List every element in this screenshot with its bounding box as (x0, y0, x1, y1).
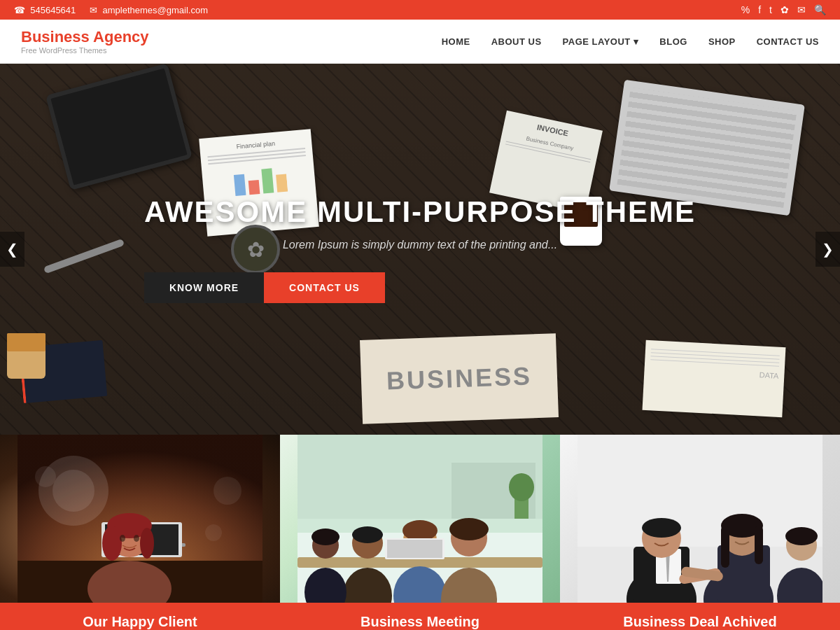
brand-tagline: Free WordPress Themes (21, 46, 149, 55)
nav-blog[interactable]: BLOG (659, 36, 687, 47)
arrow-right-icon: ❯ (822, 241, 834, 258)
card-3-title: Business Deal Achived (574, 614, 826, 630)
svg-rect-41 (387, 540, 442, 558)
svg-point-33 (352, 526, 383, 543)
email-icon: ✉ (90, 5, 97, 15)
top-bar-contact: ☎ 545645641 ✉ amplethemes@gmail.com (14, 5, 208, 15)
nav-shop[interactable]: SHOP (708, 36, 736, 47)
svg-point-43 (509, 473, 534, 501)
svg-point-19 (35, 466, 56, 487)
hero-prev-button[interactable]: ❮ (0, 232, 24, 267)
main-nav: HOME ABOUT US PAGE LAYOUT ▾ BLOG SHOP CO… (442, 36, 819, 47)
desk-tablet (46, 64, 192, 190)
know-more-button[interactable]: KNOW MORE (144, 272, 264, 303)
nav-home[interactable]: HOME (442, 36, 470, 47)
nav-contact[interactable]: CONTACT US (757, 36, 819, 47)
card-1-image (0, 435, 280, 603)
search-icon[interactable]: 🔍 (814, 4, 826, 15)
brand-name[interactable]: Business Agency (21, 28, 149, 46)
svg-point-14 (140, 528, 154, 559)
card-business-deal: Business Deal Achived Lorem ipsum dolor … (560, 435, 840, 630)
svg-point-20 (214, 477, 241, 505)
hero-title: AWESOME MULTI-PURPOSE THEME (144, 195, 696, 229)
top-bar: ☎ 545645641 ✉ amplethemes@gmail.com % f … (0, 0, 840, 20)
svg-point-63 (785, 527, 818, 545)
hero-background: Financial plan INVOICE Business Company (0, 64, 840, 435)
nav-about[interactable]: ABOUT US (491, 36, 542, 47)
phone-number: 545645641 (30, 5, 76, 15)
card-1-title: Our Happy Client (14, 614, 266, 630)
header: Business Agency Free WordPress Themes HO… (0, 20, 840, 64)
desk-notebook (19, 340, 108, 403)
hero-content: AWESOME MULTI-PURPOSE THEME Lorem Ipsum … (144, 195, 696, 303)
cards-section: Our Happy Client Lorem ipsum dolor sit a… (0, 435, 840, 630)
email-address: amplethemes@gmail.com (103, 5, 208, 15)
svg-point-13 (102, 526, 122, 561)
contact-us-button[interactable]: CONTACT US (264, 272, 385, 303)
social-instagram-icon[interactable]: ✿ (780, 4, 789, 15)
hero-next-button[interactable]: ❯ (816, 232, 840, 267)
svg-point-21 (205, 524, 222, 541)
phone-info: ☎ 545645641 (14, 5, 76, 15)
svg-rect-59 (755, 526, 763, 564)
phone-icon: ☎ (14, 5, 25, 15)
card-happy-client: Our Happy Client Lorem ipsum dolor sit a… (0, 435, 280, 630)
dropdown-arrow-icon: ▾ (634, 36, 639, 47)
card-3-image (560, 435, 840, 603)
nav-page-layout[interactable]: PAGE LAYOUT ▾ (563, 36, 639, 47)
desk-pen (43, 239, 125, 274)
svg-point-15 (120, 535, 125, 542)
svg-rect-0 (234, 174, 246, 196)
svg-rect-58 (721, 526, 729, 568)
svg-rect-2 (261, 168, 274, 193)
svg-rect-3 (276, 174, 288, 192)
card-2-footer: Business Meeting Lorem ipsum dolor sit a… (280, 603, 560, 630)
card-business-meeting: Business Meeting Lorem ipsum dolor sit a… (280, 435, 560, 630)
svg-point-16 (134, 535, 139, 542)
arrow-left-icon: ❮ (6, 241, 18, 258)
hero-section: Financial plan INVOICE Business Company (0, 64, 840, 435)
brand: Business Agency Free WordPress Themes (21, 28, 149, 55)
top-bar-social: % f t ✿ ✉ 🔍 (741, 4, 826, 15)
svg-point-38 (312, 528, 340, 545)
email-info: ✉ amplethemes@gmail.com (90, 5, 208, 15)
svg-point-53 (642, 518, 681, 538)
social-twitter-icon[interactable]: t (769, 4, 772, 15)
svg-point-35 (449, 518, 489, 540)
card-3-footer: Business Deal Achived Lorem ipsum dolor … (560, 603, 840, 630)
svg-rect-1 (248, 180, 260, 195)
hero-subtitle: Lorem Ipsum is simply dummy text of the … (144, 239, 696, 251)
svg-point-18 (52, 470, 94, 512)
desk-papers: DATA (643, 340, 786, 417)
hero-buttons: KNOW MORE CONTACT US (144, 272, 696, 303)
svg-point-34 (402, 520, 438, 541)
social-percent-icon[interactable]: % (741, 4, 750, 15)
desk-newspaper: BUSINESS (360, 334, 559, 425)
card-2-image (280, 435, 560, 603)
card-1-footer: Our Happy Client Lorem ipsum dolor sit a… (0, 603, 280, 630)
social-facebook-icon[interactable]: f (758, 4, 761, 15)
card-2-title: Business Meeting (294, 614, 546, 630)
social-mail-icon[interactable]: ✉ (797, 4, 806, 15)
desk-coffee-2 (7, 333, 46, 379)
